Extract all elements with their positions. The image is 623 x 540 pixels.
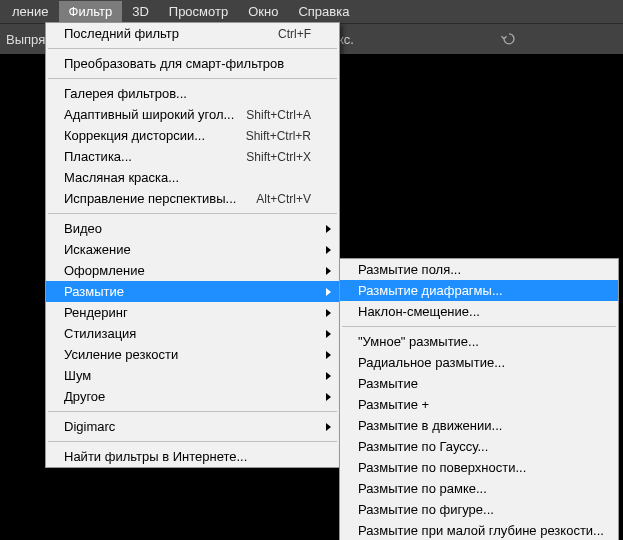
menubar-item[interactable]: Просмотр bbox=[159, 1, 238, 22]
menu-item[interactable]: Коррекция дисторсии...Shift+Ctrl+R bbox=[46, 125, 339, 146]
menu-item-label: Коррекция дисторсии... bbox=[64, 128, 246, 143]
menu-item-label: Размытие в движении... bbox=[358, 418, 590, 433]
menu-item-label: Галерея фильтров... bbox=[64, 86, 311, 101]
menu-separator bbox=[48, 48, 337, 49]
menu-item-label: Рендеринг bbox=[64, 305, 311, 320]
menubar-item[interactable]: ление bbox=[2, 1, 59, 22]
menu-item[interactable]: Найти фильтры в Интернете... bbox=[46, 446, 339, 467]
menu-item-label: Размытие по рамке... bbox=[358, 481, 590, 496]
menubar-item[interactable]: Окно bbox=[238, 1, 288, 22]
menu-item-label: Размытие диафрагмы... bbox=[358, 283, 590, 298]
blur-submenu: Размытие поля...Размытие диафрагмы...Нак… bbox=[339, 258, 619, 540]
menu-item[interactable]: Рендеринг bbox=[46, 302, 339, 323]
menu-item[interactable]: Шум bbox=[46, 365, 339, 386]
chevron-right-icon bbox=[326, 309, 331, 317]
menu-item[interactable]: Размытие при малой глубине резкости... bbox=[340, 520, 618, 540]
menu-item-label: Радиальное размытие... bbox=[358, 355, 590, 370]
menu-item-label: Оформление bbox=[64, 263, 311, 278]
menu-item-label: Преобразовать для смарт-фильтров bbox=[64, 56, 311, 71]
filter-menu: Последний фильтрCtrl+FПреобразовать для … bbox=[45, 22, 340, 468]
menu-item-accelerator: Shift+Ctrl+X bbox=[246, 150, 311, 164]
chevron-right-icon bbox=[326, 351, 331, 359]
menu-item[interactable]: Размытие в движении... bbox=[340, 415, 618, 436]
menu-item-label: Адаптивный широкий угол... bbox=[64, 107, 246, 122]
chevron-right-icon bbox=[326, 288, 331, 296]
menu-item-label: Усиление резкости bbox=[64, 347, 311, 362]
menu-item[interactable]: Адаптивный широкий угол...Shift+Ctrl+A bbox=[46, 104, 339, 125]
menu-item[interactable]: Галерея фильтров... bbox=[46, 83, 339, 104]
menu-item-label: Размытие + bbox=[358, 397, 590, 412]
menu-item-label: Последний фильтр bbox=[64, 26, 278, 41]
menu-item-label: Видео bbox=[64, 221, 311, 236]
menu-item[interactable]: Размытие bbox=[340, 373, 618, 394]
menu-item-label: Найти фильтры в Интернете... bbox=[64, 449, 311, 464]
menu-separator bbox=[48, 213, 337, 214]
chevron-right-icon bbox=[326, 423, 331, 431]
menu-item-accelerator: Shift+Ctrl+R bbox=[246, 129, 311, 143]
chevron-right-icon bbox=[326, 393, 331, 401]
chevron-right-icon bbox=[326, 267, 331, 275]
chevron-right-icon bbox=[326, 330, 331, 338]
menu-item[interactable]: Пластика...Shift+Ctrl+X bbox=[46, 146, 339, 167]
menu-item-accelerator: Ctrl+F bbox=[278, 27, 311, 41]
chevron-right-icon bbox=[326, 225, 331, 233]
menu-item[interactable]: Размытие по поверхности... bbox=[340, 457, 618, 478]
menu-item[interactable]: Размытие диафрагмы... bbox=[340, 280, 618, 301]
menu-item[interactable]: "Умное" размытие... bbox=[340, 331, 618, 352]
menu-separator bbox=[48, 411, 337, 412]
menu-item[interactable]: Последний фильтрCtrl+F bbox=[46, 23, 339, 44]
menu-item[interactable]: Размытие + bbox=[340, 394, 618, 415]
menu-item-label: Размытие по Гауссу... bbox=[358, 439, 590, 454]
menu-item-label: Размытие bbox=[358, 376, 590, 391]
menu-item-accelerator: Alt+Ctrl+V bbox=[256, 192, 311, 206]
menu-item[interactable]: Преобразовать для смарт-фильтров bbox=[46, 53, 339, 74]
menu-item[interactable]: Размытие bbox=[46, 281, 339, 302]
menu-item-label: Другое bbox=[64, 389, 311, 404]
menu-item[interactable]: Другое bbox=[46, 386, 339, 407]
menu-separator bbox=[48, 78, 337, 79]
menu-item-label: Масляная краска... bbox=[64, 170, 311, 185]
menu-item[interactable]: Размытие поля... bbox=[340, 259, 618, 280]
menubar: лениеФильтр3DПросмотрОкноСправка bbox=[0, 0, 623, 23]
menu-item-label: Размытие при малой глубине резкости... bbox=[358, 523, 604, 538]
menu-item-label: "Умное" размытие... bbox=[358, 334, 590, 349]
menu-item-label: Размытие по фигуре... bbox=[358, 502, 590, 517]
menu-item[interactable]: Digimarc bbox=[46, 416, 339, 437]
chevron-right-icon bbox=[326, 246, 331, 254]
menu-item[interactable]: Размытие по фигуре... bbox=[340, 499, 618, 520]
menu-item[interactable]: Размытие по Гауссу... bbox=[340, 436, 618, 457]
menu-item[interactable]: Радиальное размытие... bbox=[340, 352, 618, 373]
chevron-right-icon bbox=[326, 372, 331, 380]
menu-item-label: Наклон-смещение... bbox=[358, 304, 590, 319]
menu-item-label: Размытие по поверхности... bbox=[358, 460, 590, 475]
menubar-item[interactable]: Фильтр bbox=[59, 1, 123, 22]
menu-item-label: Исправление перспективы... bbox=[64, 191, 256, 206]
menu-item[interactable]: Размытие по рамке... bbox=[340, 478, 618, 499]
menu-item-label: Размытие bbox=[64, 284, 311, 299]
menu-item-accelerator: Shift+Ctrl+A bbox=[246, 108, 311, 122]
menu-separator bbox=[342, 326, 616, 327]
menu-item[interactable]: Усиление резкости bbox=[46, 344, 339, 365]
menu-separator bbox=[48, 441, 337, 442]
menu-item[interactable]: Видео bbox=[46, 218, 339, 239]
undo-icon[interactable] bbox=[499, 31, 519, 48]
menu-item[interactable]: Исправление перспективы...Alt+Ctrl+V bbox=[46, 188, 339, 209]
menu-item-label: Шум bbox=[64, 368, 311, 383]
menu-item[interactable]: Искажение bbox=[46, 239, 339, 260]
menu-item[interactable]: Масляная краска... bbox=[46, 167, 339, 188]
menubar-item[interactable]: Справка bbox=[288, 1, 359, 22]
menu-item-label: Digimarc bbox=[64, 419, 311, 434]
menu-item[interactable]: Наклон-смещение... bbox=[340, 301, 618, 322]
menu-item[interactable]: Оформление bbox=[46, 260, 339, 281]
menubar-item[interactable]: 3D bbox=[122, 1, 159, 22]
toolbar-mode-label: кс. bbox=[338, 32, 354, 47]
menu-item[interactable]: Стилизация bbox=[46, 323, 339, 344]
menu-item-label: Пластика... bbox=[64, 149, 246, 164]
menu-item-label: Стилизация bbox=[64, 326, 311, 341]
menu-item-label: Искажение bbox=[64, 242, 311, 257]
toolbar-straighten-label: Выпрями bbox=[0, 32, 48, 47]
menu-item-label: Размытие поля... bbox=[358, 262, 590, 277]
